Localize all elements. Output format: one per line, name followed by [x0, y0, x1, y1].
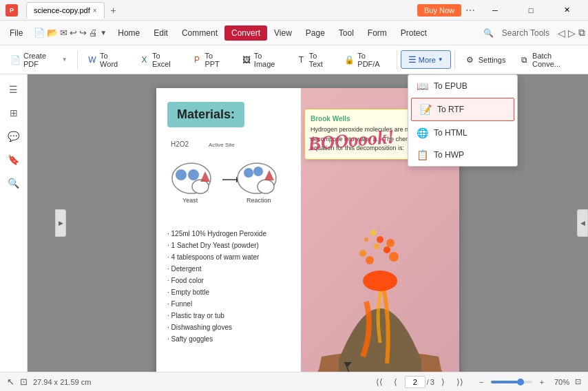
list-item: 1 Sachet Dry Yeast (powder) [167, 240, 290, 251]
to-word-btn[interactable]: W To Word [81, 47, 132, 72]
last-page-btn[interactable]: ⟩⟩ [452, 374, 468, 390]
search-tools-label: Search Tools [496, 25, 555, 41]
maximize-btn[interactable]: □ [515, 0, 547, 21]
list-item: Detergent [167, 263, 290, 275]
menu-protect[interactable]: Protect [394, 25, 434, 41]
redo-icon[interactable]: ↪ [79, 28, 87, 38]
menu-page[interactable]: Page [299, 25, 332, 41]
menu-edit[interactable]: Edit [147, 25, 175, 41]
browser-back-icon[interactable]: ◁ [558, 28, 565, 39]
more-label: More [419, 56, 436, 64]
next-page-btn[interactable]: ⟩ [436, 374, 451, 390]
new-icon[interactable]: 📄 [34, 28, 45, 38]
dropdown-to-hwp[interactable]: 📋 To HWP [408, 144, 517, 166]
total-pages: 3 [430, 378, 434, 386]
zoom-slider-thumb [517, 379, 524, 385]
svg-text:Reaction: Reaction [246, 197, 271, 204]
dropdown-arrow-icon[interactable]: ▼ [100, 29, 107, 36]
menu-comment[interactable]: Comment [175, 25, 224, 41]
dropdown-to-rtf[interactable]: 📝 To RTF [411, 98, 514, 121]
print-icon[interactable]: 🖨 [89, 28, 98, 38]
to-image-label: To Image [254, 52, 282, 68]
batch-convert-label: Batch Conve... [532, 52, 578, 68]
epub-label: To EPUB [434, 81, 468, 91]
menu-right: 🔍 Search Tools ◁ ▷ ⧉ [483, 25, 585, 41]
menu-tool[interactable]: Tool [332, 25, 361, 41]
to-pdfa-icon: 🔒 [344, 54, 355, 65]
epub-icon: 📖 [417, 81, 428, 92]
to-excel-btn[interactable]: X To Excel [133, 47, 185, 72]
to-pdfa-btn[interactable]: 🔒 To PDF/A [338, 47, 393, 72]
menu-home[interactable]: Home [111, 25, 147, 41]
svg-point-21 [389, 252, 399, 262]
sidebar-pages-icon[interactable]: ⊞ [4, 103, 23, 123]
close-btn[interactable]: ✕ [551, 0, 582, 21]
svg-point-25 [386, 239, 395, 247]
menu-form[interactable]: Form [361, 25, 394, 41]
svg-point-10 [258, 180, 274, 193]
menu-view[interactable]: View [267, 25, 299, 41]
to-ppt-label: To PPT [204, 52, 227, 68]
volcano-illustration [301, 150, 459, 372]
right-panel-toggle[interactable]: ◀ [577, 209, 588, 237]
molecule-svg: H2O2 Active Site [167, 137, 291, 220]
active-tab[interactable]: science-copy.pdf × [26, 2, 105, 19]
more-btn[interactable]: ☰ More ▼ [401, 50, 451, 69]
to-word-label: To Word [100, 52, 125, 68]
list-item: Dishwashing gloves [167, 321, 290, 333]
zoom-slider[interactable] [491, 381, 532, 383]
separator-3 [454, 50, 455, 70]
prev-page-btn[interactable]: ⟨ [388, 374, 403, 390]
hwp-label: To HWP [434, 150, 464, 160]
undo-icon[interactable]: ↩ [70, 28, 77, 38]
to-text-btn[interactable]: T To Text [290, 47, 337, 72]
to-ppt-icon: P [192, 54, 202, 65]
menu-file[interactable]: File [3, 25, 30, 41]
to-image-btn[interactable]: 🖼 To Image [235, 47, 288, 72]
settings-btn[interactable]: ⚙ Settings [459, 50, 512, 70]
svg-point-24 [370, 230, 376, 235]
browser-forward-icon[interactable]: ▷ [568, 28, 576, 39]
hwp-icon: 📋 [417, 149, 428, 160]
sidebar-bookmark-icon[interactable]: 🔖 [4, 150, 23, 169]
settings-icon: ⚙ [465, 54, 476, 65]
dropdown-to-html[interactable]: 🌐 To HTML [408, 122, 517, 144]
rtf-icon: 📝 [420, 104, 432, 115]
chevron-left-icon: ◀ [580, 220, 585, 226]
status-right: ⟨⟨ ⟨ / 3 ⟩ ⟩⟩ − + 70% ⊡ [372, 374, 581, 390]
menu-convert[interactable]: Convert [224, 25, 267, 41]
buy-now-btn[interactable]: Buy Now [417, 4, 461, 17]
svg-point-17 [363, 271, 397, 291]
title-bar-right: Buy Now ⋯ ─ □ ✕ [417, 0, 582, 21]
open-icon[interactable]: 📂 [47, 28, 58, 38]
app-icon: P [6, 4, 18, 17]
minimize-btn[interactable]: ─ [479, 0, 511, 21]
tab-title: science-copy.pdf [34, 6, 90, 14]
sidebar-search-icon[interactable]: 🔍 [4, 173, 23, 193]
create-pdf-btn[interactable]: 📄 Create PDF ▼ [4, 47, 74, 72]
list-item: Funnel [167, 298, 290, 310]
page-number-input[interactable] [405, 376, 426, 388]
zoom-slider-fill [491, 381, 518, 383]
left-panel-toggle[interactable]: ▶ [55, 209, 66, 237]
tab-close-btn[interactable]: × [93, 7, 97, 14]
sidebar-comment-icon[interactable]: 💬 [4, 127, 23, 146]
svg-text:H2O2: H2O2 [171, 140, 189, 148]
to-ppt-btn[interactable]: P To PPT [186, 47, 233, 72]
to-image-icon: 🖼 [241, 54, 251, 65]
external-link-icon[interactable]: ⧉ [578, 27, 585, 39]
fit-page-btn[interactable]: ⊡ [575, 377, 581, 386]
batch-convert-btn[interactable]: ⧉ Batch Conve... [513, 47, 584, 72]
more-options-icon[interactable]: ⋯ [465, 5, 475, 16]
create-pdf-arrow[interactable]: ▼ [62, 56, 67, 63]
sidebar-thumbnail-icon[interactable]: ☰ [4, 80, 23, 99]
to-text-label: To Text [309, 52, 331, 68]
zoom-in-btn[interactable]: + [535, 375, 549, 389]
list-item: Empty bottle [167, 286, 290, 298]
email-icon[interactable]: ✉ [60, 28, 67, 38]
batch-convert-icon: ⧉ [519, 54, 529, 65]
add-tab-btn[interactable]: + [106, 3, 121, 18]
zoom-out-btn[interactable]: − [474, 375, 488, 389]
dropdown-to-epub[interactable]: 📖 To EPUB [408, 75, 517, 97]
first-page-btn[interactable]: ⟨⟨ [372, 374, 387, 390]
